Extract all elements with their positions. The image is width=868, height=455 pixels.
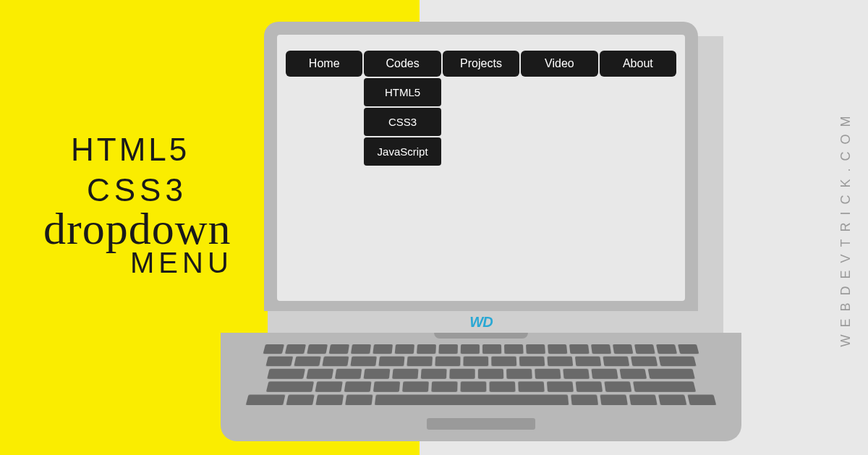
dropdown-css3[interactable]: CSS3 xyxy=(364,108,441,136)
nav-projects[interactable]: Projects xyxy=(443,51,519,77)
dropdown-javascript[interactable]: JavaScript xyxy=(364,137,441,166)
nav-about-label: About xyxy=(623,57,653,69)
title-html5: HTML5 xyxy=(71,134,233,166)
nav-video[interactable]: Video xyxy=(521,51,597,77)
nav-home[interactable]: Home xyxy=(286,51,362,77)
nav-bar: Home Codes HTML5 CSS3 JavaScript Project… xyxy=(286,51,676,77)
laptop-graphic: Home Codes HTML5 CSS3 JavaScript Project… xyxy=(253,22,709,427)
nav-video-label: Video xyxy=(545,57,574,69)
trackpad xyxy=(427,418,535,430)
nav-codes[interactable]: Codes HTML5 CSS3 JavaScript xyxy=(364,51,441,77)
dropdown-html5-label: HTML5 xyxy=(385,86,420,98)
title-dropdown: dropdown xyxy=(43,206,233,251)
nav-home-label: Home xyxy=(309,57,340,69)
nav-codes-label: Codes xyxy=(386,57,419,69)
laptop-base xyxy=(221,333,741,441)
watermark-text: WEBDEVTRICK.COM xyxy=(838,109,854,346)
dropdown-menu: HTML5 CSS3 JavaScript xyxy=(364,78,441,167)
laptop-logo: WD xyxy=(253,311,709,333)
title-css3: CSS3 xyxy=(87,174,233,206)
headline: HTML5 CSS3 dropdown MENU xyxy=(43,134,233,277)
dropdown-html5[interactable]: HTML5 xyxy=(364,78,441,106)
screen-area: Home Codes HTML5 CSS3 JavaScript Project… xyxy=(277,35,685,301)
nav-projects-label: Projects xyxy=(460,57,502,69)
nav-about[interactable]: About xyxy=(600,51,676,77)
dropdown-css3-label: CSS3 xyxy=(388,116,417,128)
keyboard xyxy=(232,344,729,405)
screen-bezel: Home Codes HTML5 CSS3 JavaScript Project… xyxy=(264,22,698,311)
title-menu: MENU xyxy=(130,248,233,277)
dropdown-javascript-label: JavaScript xyxy=(378,145,428,158)
